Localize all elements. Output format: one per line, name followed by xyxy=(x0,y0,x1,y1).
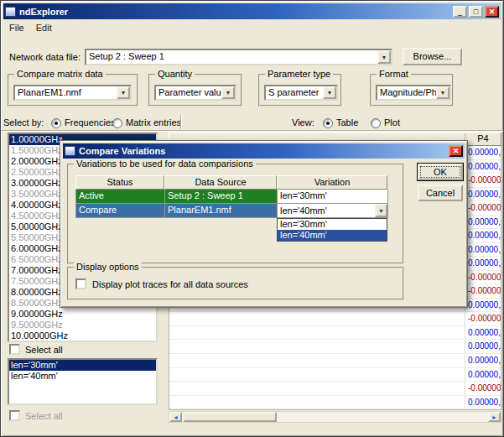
parameter-type-select[interactable]: S parameter ▼ xyxy=(264,85,338,101)
table-row[interactable]: 0.00000, 0.0 xyxy=(169,396,501,410)
dialog-title-bar: Compare Variations ✕ xyxy=(63,143,465,159)
grid-header-source: Data Source xyxy=(164,175,277,190)
format-select[interactable]: Magnitude/Phase(d ▼ xyxy=(376,85,451,101)
variation-combobox[interactable]: len='40mm' ▼ xyxy=(278,204,388,218)
select-all-frequencies-checkbox[interactable] xyxy=(9,344,20,355)
cancel-button[interactable]: Cancel xyxy=(418,185,463,201)
dialog-icon xyxy=(65,146,75,156)
display-options-group: Display options Display plot traces for … xyxy=(67,267,404,300)
table-row[interactable]: -0.00000, 0. xyxy=(169,382,501,396)
close-button[interactable]: ✕ xyxy=(485,6,499,18)
network-data-file-select[interactable]: Setup 2 : Sweep 1 ▼ xyxy=(85,49,392,65)
radio-table[interactable] xyxy=(323,118,333,128)
cell-value: -0.00000, 0. xyxy=(468,383,501,393)
combo-value: PlanarEM1.nmf xyxy=(15,86,117,99)
select-all-variations-label: Select all xyxy=(25,411,63,421)
list-item[interactable]: len='40mm' xyxy=(9,371,156,382)
group-label: Display options xyxy=(74,262,142,272)
dropdown-option[interactable]: len='40mm' xyxy=(278,230,387,241)
chevron-down-icon[interactable]: ▼ xyxy=(377,50,391,64)
cell-value: -0.00000, -0 xyxy=(468,314,501,323)
display-plot-traces-checkbox[interactable] xyxy=(75,278,86,289)
column-header-p4[interactable]: P4 xyxy=(465,133,501,145)
source-cell: PlanarEM1.nmf xyxy=(165,204,278,218)
table-row[interactable]: 0.00000, -0. xyxy=(169,340,501,354)
chevron-down-icon[interactable]: ▼ xyxy=(436,86,449,99)
cell-value: 0.00000, 0.0 xyxy=(468,148,501,157)
chevron-down-icon[interactable]: ▼ xyxy=(323,86,336,99)
dialog-close-button[interactable]: ✕ xyxy=(449,145,463,157)
table-row[interactable]: -0.00000, -0 xyxy=(169,312,501,326)
browse-button[interactable]: Browse... xyxy=(403,48,462,65)
menu-file[interactable]: File xyxy=(4,21,31,35)
radio-plot-label: Plot xyxy=(384,117,400,127)
grid-header-variation: Variation xyxy=(277,175,387,190)
select-by-label: Select by: xyxy=(3,117,44,127)
list-item[interactable]: 9.50000GHz xyxy=(9,320,156,330)
table-row[interactable]: 0.00000, 0.0 xyxy=(169,368,501,382)
grid-row-active[interactable]: Active Setup 2 : Sweep 1 len='30mm' xyxy=(75,190,388,204)
quantity-select[interactable]: Parameter values ▼ xyxy=(154,85,236,101)
radio-frequencies-label: Frequencies xyxy=(65,117,116,127)
quantity-group: Quantity Parameter values ▼ xyxy=(148,74,242,107)
group-label: Parameter type xyxy=(265,69,333,79)
chevron-down-icon[interactable]: ▼ xyxy=(221,86,235,99)
group-label: Format xyxy=(377,69,411,79)
menu-bar: File Edit xyxy=(4,21,500,35)
cell-value: 0.00000, 0.0 xyxy=(468,370,501,379)
cell-value: 0.00000, 0.0 xyxy=(468,258,501,268)
separator xyxy=(180,115,182,129)
status-cell: Compare xyxy=(76,204,165,218)
combo-value: S parameter xyxy=(266,86,323,99)
list-item[interactable]: 10.00000GHz xyxy=(9,330,156,341)
combo-value: Magnitude/Phase(d xyxy=(377,86,436,99)
list-item[interactable]: 9.00000GHz xyxy=(9,309,156,320)
source-cell: Setup 2 : Sweep 1 xyxy=(165,190,278,204)
chevron-down-icon[interactable]: ▼ xyxy=(375,204,387,217)
compare-variations-dialog: Compare Variations ✕ OK Cancel Variation… xyxy=(60,140,468,308)
grid-row-compare[interactable]: Compare PlanarEM1.nmf len='40mm' ▼ xyxy=(75,204,388,218)
cell-value: 0.00000, 0.0 xyxy=(468,356,501,365)
cell-value: -0.00000, 0. xyxy=(468,273,501,282)
compare-matrix-group: Compare matrix data PlanarEM1.nmf ▼ xyxy=(8,74,138,107)
view-label: View: xyxy=(292,117,314,127)
radio-matrix-entries[interactable] xyxy=(112,118,122,128)
variation-cell: len='30mm' xyxy=(278,190,388,204)
radio-frequencies[interactable] xyxy=(51,118,61,128)
cell-value: -0.00000, 0. xyxy=(468,175,501,185)
cell-value: 0.00000, 0.0 xyxy=(468,328,501,337)
dropdown-option[interactable]: len='30mm' xyxy=(278,219,387,230)
menu-edit[interactable]: Edit xyxy=(31,21,59,35)
group-label: Compare matrix data xyxy=(14,69,106,79)
select-all-variations-checkbox[interactable] xyxy=(9,410,20,421)
app-icon[interactable] xyxy=(5,7,16,17)
table-row[interactable]: 0.00000, 0.0 xyxy=(169,326,501,341)
combo-value: Setup 2 : Sweep 1 xyxy=(86,50,377,64)
cell-value: 0.00000, -0. xyxy=(468,341,501,351)
radio-plot[interactable] xyxy=(371,118,381,128)
scrollbar-thumb[interactable] xyxy=(183,412,277,422)
compare-matrix-select[interactable]: PlanarEM1.nmf ▼ xyxy=(13,85,132,101)
app-window: ndExplorer _ □ ✕ File Edit Network data … xyxy=(0,0,504,437)
maximize-button[interactable]: □ xyxy=(469,6,483,18)
cell-value: 0.00000, -0. xyxy=(468,162,501,171)
table-row[interactable]: 0.00000, 0.0 xyxy=(169,354,501,368)
chevron-down-icon[interactable]: ▼ xyxy=(117,86,130,99)
variation-list[interactable]: len='30mm'len='40mm' xyxy=(8,358,158,405)
list-item[interactable]: len='30mm' xyxy=(9,360,156,371)
dialog-title: Compare Variations xyxy=(79,146,447,156)
parameter-type-group: Parameter type S parameter ▼ xyxy=(258,74,342,107)
group-label: Variations to be used for data comparisi… xyxy=(74,159,256,169)
ok-button[interactable]: OK xyxy=(418,164,463,180)
scroll-left-icon[interactable]: ◄ xyxy=(169,412,182,422)
select-all-frequencies-label: Select all xyxy=(25,345,63,355)
window-title: ndExplorer xyxy=(19,7,451,17)
cell-value: 0.00000, 0.0 xyxy=(468,398,501,407)
horizontal-scrollbar[interactable]: ◄ ► xyxy=(169,411,501,423)
variation-dropdown-list[interactable]: len='30mm'len='40mm' xyxy=(277,218,387,242)
minimize-button[interactable]: _ xyxy=(453,6,467,18)
grid-header-row: Status Data Source Variation xyxy=(75,175,388,190)
scroll-right-icon[interactable]: ► xyxy=(488,412,501,422)
title-bar: ndExplorer _ □ ✕ xyxy=(3,3,501,19)
variations-grid: Status Data Source Variation Active Setu… xyxy=(75,175,388,218)
